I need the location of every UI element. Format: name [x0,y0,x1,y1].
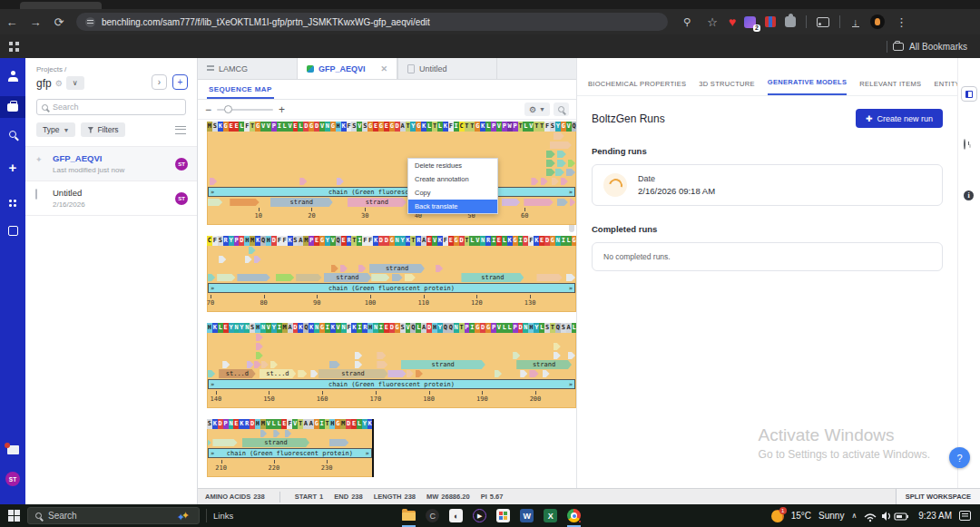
sequence-map-canvas[interactable]: MSKGEELFTGVVPILVELDGDVNGHKFSVSGEGEGDATYG… [198,120,576,487]
add-item-button[interactable]: + [172,74,188,90]
media-player-icon[interactable]: ▶ [472,508,487,523]
nav-user-avatar[interactable]: ST [0,468,25,490]
annotation-arrow[interactable] [247,361,254,368]
annotation-arrow[interactable] [416,370,423,377]
annotation-arrow[interactable] [550,142,572,149]
purple-extension-icon[interactable]: 2 [744,16,756,28]
tab-generative-models[interactable]: GENERATIVE MODELS [768,78,847,95]
annotation-arrow[interactable] [212,439,237,446]
breadcrumb[interactable]: Projects / [36,65,197,73]
nav-create[interactable]: + [0,156,25,178]
address-bar[interactable]: benchling.com/sam777/f/lib_tXeOKTLM1I-gf… [76,13,668,31]
view-settings-icon[interactable] [175,126,186,134]
annotation-arrow[interactable] [554,352,561,359]
annotation-arrow[interactable] [261,361,269,368]
annotation-arrow[interactable] [566,274,575,281]
annotation-arrow[interactable] [561,178,568,185]
annotation-arrow[interactable] [329,361,340,368]
annotation-arrow-strand[interactable]: strand [270,198,333,207]
tray-expand-icon[interactable]: ∧ [851,512,857,520]
profile-avatar[interactable] [870,15,885,29]
clock[interactable]: 9:23 AM [918,511,952,521]
annotation-arrow[interactable] [210,178,217,185]
annotation-arrow[interactable] [254,361,261,368]
chain-annotation[interactable]: »chain (Green fluorescent protein)» [208,379,575,389]
tab-biochemical-properties[interactable]: BIOCHEMICAL PROPERTIES [588,80,686,95]
annotation-arrow[interactable] [377,352,386,359]
annotation-arrow[interactable] [270,361,278,368]
microsoft-store-icon[interactable] [495,508,511,523]
zoom-out-button[interactable]: − [205,103,211,116]
links-toolbar-label[interactable]: Links [213,511,233,521]
annotation-arrow-std[interactable]: st...d [219,369,256,378]
tab-3d-structure[interactable]: 3D STRUCTURE [699,80,755,95]
word-icon[interactable]: W [519,508,534,523]
project-dropdown-button[interactable]: ∨ [66,76,84,90]
annotation-arrow[interactable] [405,274,416,281]
context-menu-item[interactable]: Delete residues [408,159,497,172]
zoom-slider[interactable] [217,109,273,111]
annotation-arrow[interactable] [208,274,215,281]
context-menu-item[interactable]: Copy [408,186,497,200]
notification-icon[interactable] [959,511,971,521]
find-button[interactable] [554,102,569,116]
annotation-arrow[interactable] [296,274,321,281]
annotation-arrow[interactable] [208,199,222,206]
map-settings-button[interactable]: ⚙ ▼ [524,102,550,116]
annotation-arrow[interactable] [557,160,566,167]
annotation-arrow[interactable] [299,178,307,185]
list-item-gfp-aeqvi[interactable]: ✦ GFP_AEQVI Last modified just now ST [25,147,197,181]
annotation-arrow[interactable] [208,370,215,377]
weather-condition[interactable]: Sunny [818,511,844,521]
zoom-in-button[interactable]: + [279,103,285,116]
project-search[interactable] [36,99,186,115]
annotation-arrow[interactable] [529,370,538,377]
annotation-arrow[interactable] [568,352,575,359]
help-button[interactable]: ? [949,447,970,468]
info-icon[interactable]: i [964,190,975,201]
annotation-arrow-strand[interactable]: strand [516,360,572,369]
all-bookmarks-label[interactable]: All Bookmarks [909,42,967,52]
annotation-arrow[interactable] [276,274,294,281]
annotation-arrow[interactable] [570,199,575,206]
annotation-arrow[interactable] [256,343,263,350]
annotation-arrow[interactable] [245,256,252,263]
annotation-arrow[interactable] [552,178,559,185]
browser-tab[interactable] [20,2,102,9]
annotation-arrow[interactable] [520,370,527,377]
tab-sequence-map[interactable]: SEQUENCE MAP [207,85,274,99]
annotation-arrow[interactable] [546,151,555,158]
apps-grid-icon[interactable] [9,42,19,52]
create-new-run-button[interactable]: ✚Create new run [856,109,943,128]
heart-extension-icon[interactable]: ♥ [726,16,739,28]
annotation-arrow[interactable] [260,430,267,437]
annotation-arrow[interactable] [436,265,443,272]
annotation-arrow[interactable] [298,370,307,377]
nav-search[interactable] [0,123,25,145]
chain-annotation[interactable]: »chain (Green fluorescent protein)» [208,448,372,458]
annotation-arrow[interactable] [371,274,389,281]
annotation-arrow[interactable] [208,439,211,446]
annotation-arrow[interactable] [557,151,566,158]
annotation-arrow[interactable] [557,199,568,206]
annotation-arrow[interactable] [566,169,575,176]
zoom-knob[interactable] [224,105,232,113]
metadata-chart-icon[interactable] [964,165,975,176]
annotation-arrow[interactable] [524,199,553,206]
reload-icon[interactable]: ⟳ [47,15,71,29]
annotation-arrow[interactable] [256,352,263,359]
annotation-arrow[interactable] [237,274,270,281]
annotation-arrow[interactable] [217,274,235,281]
site-settings-icon[interactable] [85,17,95,27]
type-filter-button[interactable]: Type▼ [36,122,75,137]
annotation-arrow[interactable] [555,169,564,176]
item-title[interactable]: GFP_AEQVI [53,153,188,163]
annotation-arrow-strand[interactable]: strand [401,360,485,369]
weather-icon[interactable]: 1 [771,510,784,522]
annotation-arrow-std[interactable]: st...d [260,369,297,378]
tab-untitled[interactable]: Untitled [397,58,497,79]
bookmark-icon[interactable] [964,114,975,125]
cast-icon[interactable] [817,17,829,27]
annotation-arrow[interactable] [230,199,259,206]
download-icon[interactable]: ↓ [852,17,859,27]
